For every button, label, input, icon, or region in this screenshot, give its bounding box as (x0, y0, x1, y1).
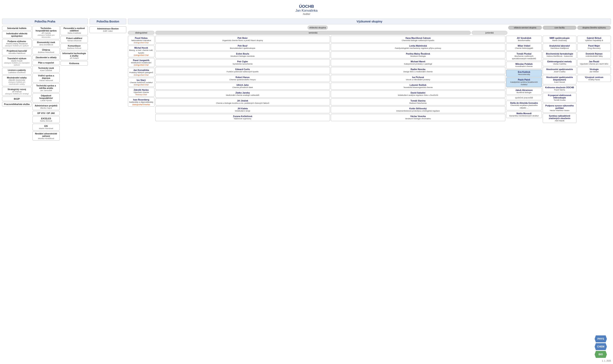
technicky-usek: Technický úsek Karel Šobišek (32, 66, 60, 73)
distinguished-header: distinguished (128, 31, 155, 35)
director-title: ředitel (2, 13, 611, 15)
group-jiracek: Jiří Jiráček Chemie a biologie inzulínu … (155, 98, 330, 105)
praha-col1: Sekretariát ředitele Individuální vědeck… (2, 26, 32, 141)
phys-icon: PHYS (595, 335, 607, 342)
mezinarodni-vztahy: Mezinárodní vztahy Zdeněk Hostomský zást… (2, 75, 32, 86)
col-member: Gabriel Birkuš Vyléčení hepatitidy B Pav… (577, 36, 611, 83)
podpora-vyzkumu: Podpora výzkumu Pavlína Maloy Řezáčová z… (2, 39, 32, 48)
nezdrav: Nestátní zdravotnické zařízení Monika Ho… (32, 131, 60, 141)
group-maletinska: Lenka Maletínská Patofyziologické mechan… (331, 43, 506, 51)
group-majer: Pavel Majer Drug discovery (577, 43, 611, 51)
group-jungwirth: Pavel Jungwirth Molekulové modelování Di… (128, 58, 155, 67)
group-strisovsky: Kvido Stříšovský Intramembránová proteol… (331, 106, 506, 113)
group-nmr: NMR spektroskopie Martin Dračínský (543, 36, 576, 43)
senior-header: seniorská (155, 31, 471, 35)
col-core: NMR spektroskopie Martin Dračínský Analy… (543, 36, 576, 124)
group-morandi: Mattia Morandi Dynamika membránových str… (506, 111, 542, 118)
technicka-sprava: Technická správa a údržba areálu Jan Jan… (32, 83, 60, 92)
col-junior: Jiří Vondrášek Bioinformatika Milan Vráb… (506, 36, 542, 119)
group-kaleta: Jiří Kaleta Molekulární stroje (155, 106, 330, 113)
komunikace: Komunikace Barbora Fričová (61, 43, 88, 50)
pravni: Právní oddělení Tamara Braxová (61, 36, 88, 43)
group-sabatini: David Sabatini Molekulární analýza regul… (331, 91, 506, 97)
group-konvalinka: Jan Konvalinka Proteázy lidských patogen… (128, 68, 155, 77)
junior-header: juniorská (472, 31, 507, 35)
uctarna: Účtárna Božena Petschová (32, 48, 60, 54)
group-mares: Michael Mareš Katepsínové proteázy v pat… (331, 59, 506, 66)
group-gonsales: Stella de Almeida Gonsales Chemická recy… (506, 101, 542, 110)
skupina-cleneho-label: skupina členého výzkumu (577, 26, 611, 30)
shared-workplace: společné pracoviště (506, 96, 542, 100)
group-kudova: Eva Kudová Neurosteroidy (506, 70, 542, 77)
group-havlas: Zdeněk Havlas Výpočetní chemie Honorary … (128, 88, 155, 97)
research-columns: Pavel Hobza Nekovalentní interakce Disti… (128, 36, 611, 124)
core-facility-label: core facility (543, 26, 576, 30)
group-curtis: Edward Curtis Funkční potenciál nukleový… (155, 67, 330, 74)
bozp: BOZP (2, 97, 32, 101)
zasobovani: Zásobování a sklady (32, 55, 60, 60)
group-hpc: Podpora vysoce výkonného počítání Hector… (543, 103, 576, 113)
admin-boston: Administrace Boston Edith Valeri (90, 26, 126, 33)
sub-headers-row: distinguished seniorská juniorská (128, 31, 611, 35)
group-analyticka-lab: Analytická laboratoř Stanislava Matějkov… (543, 43, 576, 51)
group-hmot-spektr: Hmotnostní spektrometrie Josef Cvačka (543, 67, 576, 74)
chem-icon: CHEM (595, 343, 607, 350)
vnitrni-sprava: Vnitřní správa a doprava Václav Mžourek (32, 73, 60, 82)
it: Informační technologie a služby Jiří Pol… (61, 51, 88, 60)
group-vondrasek: Jiří Vondrášek Bioinformatika (506, 36, 542, 43)
group-stary: Ivo Starý Chemie funkčních molekul Disti… (128, 78, 155, 87)
group-jahn: Ullrich Jahn Chemie přírodních látek (155, 83, 330, 90)
group-elektromigr: Elektromigrační metody Václav Kašička (543, 59, 576, 66)
col-distinguished: Pavel Hobza Nekovalentní interakce Disti… (128, 36, 155, 107)
group-hocek: Michal Hocek Bioorg. a med. chemie nukl.… (128, 46, 155, 57)
page: ÚOCHB Jan Konvalinka ředitel Pobočka Pra… (0, 0, 613, 364)
group-rosenberg: Ivan Rosenberg Nukleotidy a oligonukleot… (128, 97, 155, 106)
licence-patenty: Licence a patenty Ladislava Součková (2, 68, 32, 75)
pcb-container: PHYS CHEM BIO (595, 335, 607, 358)
technicko-hosp: Technicko-hospodářská správa Jiří Cairol… (32, 26, 60, 39)
panel-boston: Pobočka Boston Administrace Boston Edith… (90, 19, 126, 34)
group-polasek: Miloslav Polášek Koordinační chemie (506, 62, 542, 69)
ekonomicky-usek: Ekonomický úsek Jana Dvořáková (32, 40, 60, 47)
group-vyvojove: Vývojové centrum Ondřej Paces (577, 75, 611, 82)
header: ÚOCHB Jan Konvalinka ředitel (2, 2, 611, 19)
group-keckesova: Zuzana Kečkéšová Nádorové supresory (155, 114, 330, 121)
group-abramson: Jakub Abramson Buněčná biologie (506, 88, 542, 95)
group-birkus: Gabriel Birkuš Vyléčení hepatitidy B (577, 36, 611, 43)
research-title: Výzkumné skupiny (128, 19, 611, 24)
translacni-vyzkum: Translační výzkum Martin Fusek zástupce … (2, 56, 32, 67)
group-hobza: Pavel Hobza Nekovalentní interakce Disti… (128, 36, 155, 45)
category-labels-row: vědecká skupina vědecio-servisní skupina… (128, 26, 611, 30)
pracovnelekarska: Pracovnělékařská služba (2, 102, 32, 106)
plan-rozpocet: Plán a rozpočet (32, 61, 60, 65)
org-name: ÚOCHB (2, 4, 611, 9)
vedecka-skupina-label: vědecká skupina (308, 26, 328, 30)
praha-col2: Technicko-hospodářská správa Jiří Cairol… (32, 26, 60, 141)
main-layout: Pobočka Praha Sekretariát ředitele Indiv… (2, 19, 611, 141)
group-cigler: Petr Cigler Syntetická nanochemie (155, 59, 330, 66)
group-synteza-radio: Syntéza radioaktivně značených sloučenin… (543, 114, 576, 123)
op-vvv: OP VVV / OP JAK (32, 111, 60, 116)
group-boura: Evžen Bouřa Strukturní biologie membrán (155, 52, 330, 58)
sekretariat: Sekretariát ředitele (2, 26, 32, 30)
bio-icon: BIO (595, 351, 607, 358)
vedecko-servisni-label: vědecio-servisní skupina (508, 26, 542, 30)
panel-praha-title: Pobočka Praha (2, 19, 88, 24)
group-vrabel: Milan Vrábel Chemie biokonjugátů (506, 43, 542, 51)
group-janeba: Zlatko Janeba Medicinální chemie analogů… (155, 91, 330, 97)
group-hanus: Robert Hanus Chemie společenského hmyzu (155, 75, 330, 82)
group-bour: Petr Bouř Biomolekulární spektroskopie (155, 43, 330, 51)
col-senior2: Hana Macíčková Cahová Chemická biologie … (331, 36, 506, 122)
director-name: Jan Konvalinka (2, 9, 611, 13)
group-pichova: Iva Pichová Virové a mikrobiální protein… (331, 75, 506, 82)
strategicky-rozvoj: Strategický rozvoj Jiří Polmae zástupce … (2, 87, 32, 96)
panel-praha: Pobočka Praha Sekretariát ředitele Indiv… (2, 19, 88, 141)
personalni: Personální a mzdové oddělení Šárka Knéži… (61, 26, 88, 35)
group-rejman: Dominik Rejman Antimikrobiální látky (577, 52, 611, 58)
group-rezalova: Pavlína Maloy Řezálová Strukturní biolog… (331, 52, 506, 58)
group-rezac: Jan Řezáč Výpočetní chemie pro návrh léč… (577, 59, 611, 66)
group-kryo: Kryogenní elektronová mikroskopie Tomáš … (543, 93, 576, 102)
individualni: Individuální vědecká spolupráce (2, 31, 32, 38)
group-nencka: Radim Nencka Design léčiv a medicinální … (331, 67, 506, 74)
exceles: EXCELES Šárka Šimová (32, 116, 60, 123)
